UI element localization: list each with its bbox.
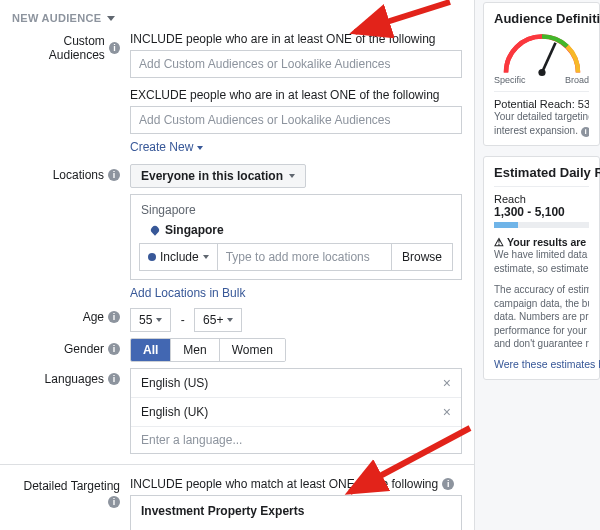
location-country: Singapore (139, 203, 453, 217)
detailed-targeting-box: Investment Property Experts Interests›Ad… (130, 495, 462, 530)
info-icon[interactable]: i (108, 373, 120, 385)
detailed-include-helper: INCLUDE people who match at least ONE of… (130, 477, 438, 491)
accuracy-line: performance for your budg (494, 324, 589, 338)
accuracy-line: and don't guarantee results (494, 337, 589, 351)
audience-gauge (497, 32, 587, 77)
location-include-dropdown[interactable]: Include (140, 244, 218, 270)
results-warning: Your results are likely t (494, 236, 589, 248)
info-icon[interactable]: i (109, 42, 120, 54)
estimates-helpful-link[interactable]: Were these estimates helpf (494, 358, 600, 370)
caret-down-icon (289, 174, 295, 178)
accuracy-line: The accuracy of estimates (494, 283, 589, 297)
caret-down-icon (197, 146, 203, 150)
locations-box: Singapore Singapore Include Browse (130, 194, 462, 280)
section-new-audience[interactable]: NEW AUDIENCE (12, 8, 462, 30)
pin-icon (149, 224, 160, 235)
targeting-group-title: Investment Property Experts (131, 496, 461, 526)
estimated-daily-panel: Estimated Daily Re Reach 1,300 - 5,100 Y… (483, 156, 600, 380)
age-max-select[interactable]: 65+ (194, 308, 242, 332)
reach-range: 1,300 - 5,100 (494, 205, 589, 219)
remove-language-button[interactable]: × (443, 375, 451, 391)
info-icon[interactable]: i (108, 343, 120, 355)
caret-down-icon (227, 318, 233, 322)
potential-reach: Potential Reach: 530,000 p (494, 91, 589, 110)
gender-all-button[interactable]: All (131, 339, 171, 361)
language-input[interactable] (131, 427, 461, 453)
info-icon[interactable]: i (442, 478, 454, 490)
location-item[interactable]: Singapore (139, 221, 453, 243)
reach-bar (494, 222, 589, 228)
caret-down-icon (203, 255, 209, 259)
targeting-path[interactable]: Interests›Additional Interests›iProperty… (131, 526, 461, 530)
svg-line-0 (542, 43, 556, 73)
language-item: English (US) × (131, 369, 461, 398)
caret-down-icon (107, 16, 115, 21)
include-audiences-input[interactable] (130, 50, 462, 78)
gender-label: Gender (64, 342, 104, 356)
info-icon[interactable]: i (108, 311, 120, 323)
estimated-daily-title: Estimated Daily Re (494, 165, 589, 180)
exclude-helper: EXCLUDE people who are in at least ONE o… (130, 86, 462, 102)
custom-audiences-label: Custom Audiences (12, 34, 105, 62)
add-locations-bulk-link[interactable]: Add Locations in Bulk (130, 286, 245, 300)
warn-line: estimate, so estimates may (494, 262, 589, 276)
warn-line: We have limited data avail (494, 248, 589, 262)
info-icon[interactable]: i (108, 169, 120, 181)
svg-point-1 (538, 69, 545, 76)
remove-language-button[interactable]: × (443, 404, 451, 420)
accuracy-line: campaign data, the budget (494, 297, 589, 311)
audience-definition-title: Audience Definition (494, 11, 589, 26)
create-new-link[interactable]: Create New (130, 140, 203, 154)
locations-label: Locations (53, 168, 104, 182)
include-helper: INCLUDE people who are in at least ONE o… (130, 30, 462, 46)
location-type-input[interactable] (218, 244, 391, 270)
languages-label: Languages (45, 372, 104, 386)
age-min-select[interactable]: 55 (130, 308, 171, 332)
definition-note: interest expansion. i (494, 124, 589, 138)
section-title: NEW AUDIENCE (12, 12, 101, 24)
location-browse-button[interactable]: Browse (391, 244, 452, 270)
info-icon[interactable]: i (581, 127, 589, 137)
gender-women-button[interactable]: Women (220, 339, 285, 361)
reach-label: Reach (494, 193, 589, 205)
gender-men-button[interactable]: Men (171, 339, 219, 361)
detailed-targeting-label: Detailed Targeting (23, 479, 120, 493)
languages-box: English (US) × English (UK) × (130, 368, 462, 454)
gender-group: All Men Women (130, 338, 286, 362)
age-dash: - (181, 313, 185, 327)
accuracy-line: data. Numbers are provided (494, 310, 589, 324)
dot-icon (148, 253, 156, 261)
exclude-audiences-input[interactable] (130, 106, 462, 134)
age-label: Age (83, 310, 104, 324)
caret-down-icon (156, 318, 162, 322)
location-scope-dropdown[interactable]: Everyone in this location (130, 164, 306, 188)
language-item: English (UK) × (131, 398, 461, 427)
info-icon[interactable]: i (108, 496, 120, 508)
definition-note: Your detailed targeting crit (494, 110, 589, 124)
audience-definition-panel: Audience Definition Specific Broad Poten… (483, 2, 600, 146)
